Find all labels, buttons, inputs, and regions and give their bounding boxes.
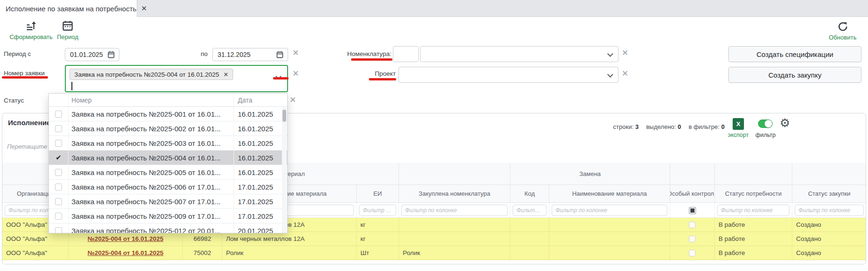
dropdown-option[interactable]: Заявка на потребность №2025-009 от 17.01… [49,209,287,223]
checkmark-icon[interactable]: ✔ [55,153,62,162]
remove-tag-icon[interactable]: ✕ [223,71,228,78]
dropdown-option[interactable]: ✔Заявка на потребность №2025-004 от 16.0… [49,151,287,165]
column-header[interactable]: Особый контроль [670,185,715,203]
option-date: 16.01.2025 [234,151,287,165]
dropdown-option[interactable]: Заявка на потребность №2025-007 от 17.01… [49,194,287,209]
special-control-checkbox[interactable] [689,236,696,242]
request-dropdown: Номер Дата Заявка на потребность №2025-0… [48,93,288,233]
option-checkbox[interactable] [55,198,62,205]
option-checkbox-cell [49,209,69,223]
period-from-input[interactable]: 01.01.2025 [65,48,119,61]
cell-5 [399,218,510,232]
option-date: 17.01.2025 [234,209,287,223]
dropdown-option[interactable]: Заявка на потребность №2025-002 от 16.01… [49,121,287,136]
dropdown-option[interactable]: Заявка на потребность №2025-003 от 16.01… [49,136,287,151]
chevron-down-icon[interactable] [607,51,613,57]
chevron-down-icon[interactable] [607,72,613,78]
nomenclature-code-input[interactable] [393,46,419,62]
create-purchase-button[interactable]: Создать закупку [728,67,861,83]
option-checkbox[interactable] [55,213,62,220]
nomenclature-label: Номенклатура: [305,50,391,57]
option-number: Заявка на потребность №2025-009 от 17.01… [69,209,234,223]
selected-request-tag: Заявка на потребность №2025-004 от 16.01… [70,69,233,80]
tab-active[interactable]: Исполнение по заявкам на потребность ✕ [0,0,137,17]
column-filter-input[interactable]: Фильтр по колонке [513,205,547,216]
option-checkbox-cell [49,180,69,194]
option-checkbox[interactable] [55,227,62,234]
option-number: Заявка на потребность №2025-005 от 16.01… [69,165,234,179]
option-number: Заявка на потребность №2025-002 от 16.01… [69,121,234,136]
dropdown-date-header: Дата [234,94,287,106]
option-checkbox[interactable] [55,111,62,118]
filter-toggle[interactable] [758,120,773,128]
request-number-combobox[interactable]: Заявка на потребность №2025-004 от 16.01… [65,65,288,92]
gear-icon[interactable]: ⚙ [780,116,790,130]
column-header[interactable]: Статус закупки [792,185,866,203]
clear-nomenclature-icon[interactable]: ✕ [622,49,628,57]
dropdown-scrollbar[interactable] [282,107,287,233]
grid-stats: строки: 3 выделено: 0 в фильтре: 0 [613,123,725,130]
rows-count: 3 [635,123,639,130]
cell-5 [399,232,510,246]
option-checkbox[interactable] [55,140,62,147]
request-link[interactable]: №2025-004 от 16.01.2025 [87,249,164,256]
column-filter-input[interactable]: Фильтр по колонке [359,205,396,216]
dropdown-option[interactable]: Заявка на потребность №2025-006 от 17.01… [49,180,287,194]
dropdown-option[interactable]: Заявка на потребность №2025-005 от 16.01… [49,165,287,180]
column-header[interactable]: Закуплена номенклатура [399,185,510,203]
clear-request-icon[interactable]: ✕ [292,70,299,78]
tab-close-icon[interactable]: ✕ [141,4,147,13]
dropdown-option[interactable]: Заявка на потребность №2025-001 от 16.01… [49,107,287,121]
cell-8 [670,232,715,246]
column-header[interactable]: Код [510,185,549,203]
option-number: Заявка на потребность №2025-003 от 16.01… [69,136,234,150]
cell-3: Ролик [222,246,357,260]
cell-7 [549,232,670,246]
cell-7 [549,246,670,260]
column-header[interactable]: Статус потребности [715,185,792,203]
option-date: 16.01.2025 [234,107,287,121]
refresh-button[interactable]: Обновить [823,21,862,41]
option-checkbox-cell [49,136,69,150]
generate-button[interactable]: Сформировать [7,20,55,40]
dropdown-number-header: Номер [69,94,234,106]
scrollbar-thumb[interactable] [282,110,286,122]
group-header-empty [399,163,510,185]
option-checkbox[interactable] [55,183,62,191]
special-control-checkbox[interactable] [689,250,696,256]
table-row[interactable]: ООО "Альфа"№2025-004 от 16.01.202566982Л… [2,232,866,246]
option-number: Заявка на потребность №2025-004 от 16.01… [69,151,234,165]
column-filter-input[interactable]: Фильтр по колонке [717,205,790,216]
dropdown-header: Номер Дата [49,94,287,107]
dropdown-option[interactable]: Заявка на потребность №2025-012 от 20.01… [49,223,287,233]
column-filter-input[interactable]: Фильтр по колонке [401,205,508,216]
excel-export-icon[interactable]: X [733,118,744,130]
option-checkbox[interactable] [55,125,62,132]
clear-status-icon[interactable]: ✕ [289,96,296,104]
calendar-icon[interactable] [276,51,283,58]
column-header[interactable]: ЕИ [357,185,399,203]
option-checkbox[interactable] [55,169,62,176]
column-filter-input[interactable]: Фильтр по колонке [795,205,864,216]
period-button[interactable]: Период [53,20,83,40]
column-filter-input[interactable]: Фильтр по колонке [552,205,667,216]
calendar-icon[interactable] [108,51,115,58]
cell-9: В работе [715,218,792,232]
special-control-filter-icon[interactable] [689,207,696,214]
filter-cell: Фильтр по колонке [549,203,670,218]
period-from-label: Период с [4,50,31,57]
create-spec-button[interactable]: Создать спецификации [728,46,861,62]
request-link[interactable]: №2025-004 от 16.01.2025 [87,235,164,242]
special-control-checkbox[interactable] [689,222,696,228]
app-window: Исполнение по заявкам на потребность ✕ С… [0,0,868,271]
column-header[interactable]: Наименование материала [549,185,670,203]
nomenclature-select[interactable] [420,46,618,62]
cell-9: В работе [715,232,792,246]
option-checkbox-cell [49,223,69,233]
period-to-input[interactable]: 31.12.2025 [212,48,288,61]
table-row[interactable]: ООО "Альфа"№2025-004 от 16.01.202575002Р… [2,246,866,260]
clear-period-icon[interactable]: ✕ [292,49,299,57]
clear-project-icon[interactable]: ✕ [622,70,628,78]
export-label: экспорт [726,132,751,138]
project-select[interactable] [399,67,618,83]
